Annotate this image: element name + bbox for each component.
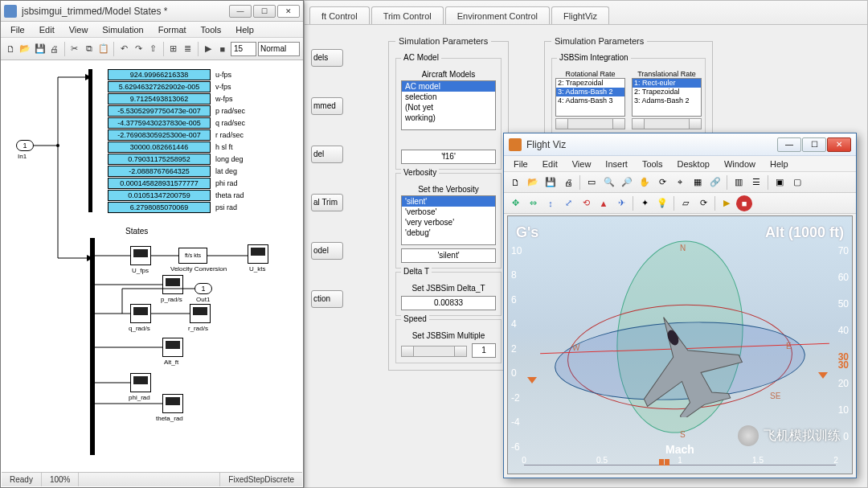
display-q-radsec[interactable]: -4.37759430237830e-005	[108, 117, 211, 129]
display-r-radsec[interactable]: -2.76908305925300e-007	[108, 129, 211, 141]
hideplottools-icon[interactable]: ▢	[789, 174, 805, 191]
menu-format[interactable]: Format	[152, 24, 193, 35]
redo-icon[interactable]: ↷	[132, 41, 145, 57]
tab-ft-control[interactable]: ft Control	[309, 6, 370, 24]
listbox-verbosity[interactable]: 'silent' 'verbose' 'very verbose' 'debug…	[401, 195, 496, 245]
cam-walk-icon[interactable]: ▲	[596, 195, 612, 211]
rotate-icon[interactable]: ⟳	[654, 174, 670, 191]
close-button[interactable]: ✕	[277, 5, 300, 18]
tab-flightviz[interactable]: FlightViz	[551, 6, 609, 24]
maximize-button[interactable]: ☐	[802, 137, 826, 152]
value-ac-model[interactable]: 'f16'	[401, 150, 496, 164]
list-item[interactable]: AC model	[402, 81, 495, 92]
display-long-deg[interactable]: 0.79031175258952	[108, 154, 211, 165]
datacursor-icon[interactable]: ⌖	[672, 174, 688, 191]
list-item[interactable]: 3: Adams-Bash 2	[633, 96, 701, 105]
copy-icon[interactable]: ⧉	[83, 41, 96, 57]
open-icon[interactable]: 📂	[18, 41, 31, 57]
listbox-aircraft-models[interactable]: AC model selection (Not yet working)	[401, 80, 496, 130]
menu-help[interactable]: Help	[764, 158, 795, 170]
menu-file[interactable]: File	[507, 158, 534, 170]
cam-dolly-icon[interactable]: ↕	[542, 195, 559, 211]
menu-simulation[interactable]: Simulation	[96, 24, 149, 35]
cam-orbit-icon[interactable]: ✥	[507, 195, 523, 211]
perspective-icon[interactable]: ▱	[678, 195, 694, 211]
btn-action[interactable]: ction	[311, 290, 343, 308]
new-figure-icon[interactable]: 🗋	[507, 174, 523, 191]
menu-insert[interactable]: Insert	[599, 158, 634, 170]
value-verbosity[interactable]: 'silent'	[401, 248, 496, 263]
zoom-in-icon[interactable]: 🔍	[601, 174, 617, 191]
light-icon[interactable]: 💡	[654, 195, 670, 211]
display-theta-rad[interactable]: 0.01051347200759	[108, 190, 211, 201]
list-item[interactable]: 1: Rect-euler	[633, 79, 701, 88]
brush-icon[interactable]: ▦	[690, 174, 706, 191]
menu-tools[interactable]: Tools	[636, 158, 669, 170]
btn-trimmed[interactable]: mmed	[311, 97, 343, 115]
play-icon[interactable]: ▶	[202, 41, 215, 57]
reset-icon[interactable]: ⟳	[695, 195, 711, 211]
plottools-icon[interactable]: ▣	[772, 174, 788, 191]
menu-edit[interactable]: Edit	[33, 24, 61, 35]
outport-block[interactable]: 1	[194, 283, 212, 294]
gain-velocity-conversion[interactable]: ft/s kts	[178, 248, 207, 264]
listbox-rot-rate[interactable]: 2: Trapezoidal 3: Adams-Bash 2 4: Adams-…	[555, 78, 625, 117]
list-item[interactable]: 'debug'	[402, 228, 495, 238]
list-item[interactable]: 4: Adams-Bash 3	[556, 96, 624, 105]
scope-q-rads[interactable]	[130, 304, 151, 323]
menu-view[interactable]: View	[63, 24, 95, 35]
list-item[interactable]: 'very verbose'	[402, 217, 495, 228]
slider-speed[interactable]	[401, 346, 467, 357]
paste-icon[interactable]: 📋	[97, 41, 110, 57]
pointer-icon[interactable]: ▭	[583, 174, 600, 191]
menu-window[interactable]: Window	[718, 158, 762, 170]
model-explorer-icon[interactable]: ≣	[182, 41, 194, 57]
display-psi-rad[interactable]: 6.2798085070069	[108, 202, 211, 213]
new-icon[interactable]: 🗋	[4, 41, 17, 57]
zoom-out-icon[interactable]: 🔎	[619, 174, 635, 191]
scope-u-kts[interactable]	[248, 244, 268, 264]
display-u-fps[interactable]: 924.99966216338	[108, 69, 211, 80]
scope-phi-rad[interactable]	[130, 373, 151, 392]
menu-view[interactable]: View	[566, 158, 598, 170]
display-h-sl-ft[interactable]: 30000.082661446	[108, 141, 211, 153]
open-icon[interactable]: 📂	[525, 174, 541, 191]
close-button[interactable]: ✕	[827, 137, 851, 152]
list-item[interactable]: 3: Adams-Bash 2	[556, 88, 624, 96]
link-icon[interactable]: 🔗	[707, 174, 723, 191]
minimize-button[interactable]: —	[229, 5, 252, 18]
list-item[interactable]: 2: Trapezoidal	[633, 88, 701, 96]
scrollbar-rot[interactable]	[555, 118, 625, 129]
scope-alt-ft[interactable]	[162, 338, 183, 357]
scope-r-rads[interactable]	[190, 304, 211, 323]
btn-odel[interactable]: odel	[311, 242, 343, 260]
display-v-fps[interactable]: 5.62946327262902e-005	[108, 81, 211, 92]
print-icon[interactable]: 🖨	[48, 41, 61, 57]
simulation-mode-select[interactable]	[258, 42, 300, 56]
menu-edit[interactable]: Edit	[536, 158, 564, 170]
list-item[interactable]: (Not yet	[402, 102, 495, 113]
flightviz-view[interactable]: G's Alt (1000 ft) 10 8 6 4 2 0 -2 -4 -6 …	[507, 215, 853, 474]
value-delta-t[interactable]: 0.00833	[401, 296, 496, 310]
save-icon[interactable]: 💾	[542, 174, 559, 191]
btn-model[interactable]: del	[311, 146, 343, 163]
save-icon[interactable]: 💾	[33, 41, 46, 57]
inport-block[interactable]: 1	[16, 140, 34, 151]
menu-desktop[interactable]: Desktop	[671, 158, 716, 170]
undo-icon[interactable]: ↶	[117, 41, 130, 57]
tab-environment-control[interactable]: Environment Control	[445, 6, 550, 24]
model-canvas[interactable]: 1 In1 924.99966216338 5.62946327262902e-…	[2, 61, 302, 471]
menu-tools[interactable]: Tools	[194, 24, 228, 35]
menu-help[interactable]: Help	[229, 24, 260, 35]
list-item[interactable]: working)	[402, 113, 495, 123]
menu-file[interactable]: File	[4, 24, 31, 35]
list-item[interactable]: 'verbose'	[402, 207, 495, 217]
stop-time-input[interactable]	[231, 42, 256, 56]
scope-u-fps[interactable]	[130, 246, 151, 265]
cut-icon[interactable]: ✂	[68, 41, 81, 57]
cam-fly-icon[interactable]: ✈	[613, 195, 629, 211]
maximize-button[interactable]: ☐	[253, 5, 276, 18]
cam-pan-icon[interactable]: ⇔	[525, 195, 541, 211]
titlebar[interactable]: jsbsimgui_trimmed/Model States * — ☐ ✕	[1, 1, 303, 22]
sldebug-icon[interactable]: ⊞	[166, 41, 179, 57]
